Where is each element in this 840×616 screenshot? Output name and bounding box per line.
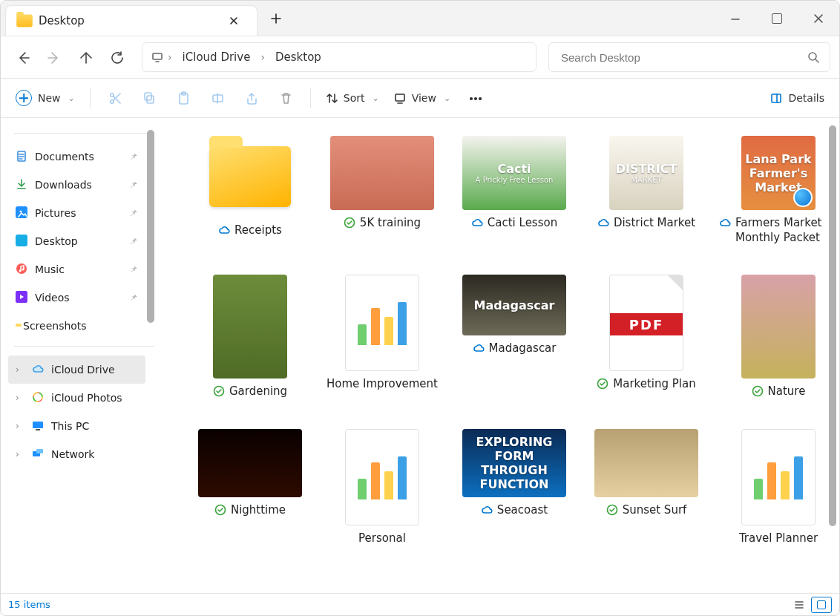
nav-forward-button[interactable] xyxy=(41,44,68,71)
square-icon xyxy=(817,600,826,609)
file-label-row: Nature xyxy=(752,384,806,399)
maximize-button[interactable] xyxy=(756,1,798,36)
view-icon xyxy=(394,92,406,104)
details-button[interactable]: Details xyxy=(764,83,830,113)
chevron-right-icon[interactable]: › xyxy=(16,393,26,403)
file-item[interactable]: Home Improvement xyxy=(323,275,442,399)
pin-icon: 📌︎ xyxy=(129,292,138,303)
more-icon xyxy=(468,91,482,105)
rename-button[interactable] xyxy=(202,83,233,113)
sidebar-item-label: Pictures xyxy=(35,207,76,219)
svg-point-20 xyxy=(22,268,24,270)
music-icon xyxy=(16,263,27,277)
sidebar-item-label: iCloud Drive xyxy=(51,364,115,376)
file-item[interactable]: Personal xyxy=(323,429,442,546)
nav-up-button[interactable] xyxy=(72,44,99,71)
svg-rect-26 xyxy=(36,429,40,430)
chevron-right-icon[interactable]: › xyxy=(16,421,26,431)
downloads-icon xyxy=(16,178,27,192)
refresh-icon xyxy=(110,50,123,64)
sidebar-item-icloud-drive[interactable]: › iCloud Drive xyxy=(8,355,145,384)
grid-view-button[interactable] xyxy=(811,597,832,613)
chevron-right-icon[interactable]: › xyxy=(16,449,26,459)
chevron-down-icon: ⌄ xyxy=(444,94,450,103)
file-item[interactable]: Lana Park Farmer's Market Farmers Market… xyxy=(719,136,838,245)
breadcrumb-segment[interactable]: iCloud Drive xyxy=(177,47,257,67)
cut-button[interactable] xyxy=(99,83,131,113)
close-icon xyxy=(812,12,825,25)
file-name: Gardening xyxy=(229,384,287,399)
sidebar-item-music[interactable]: Music📌︎ xyxy=(8,255,145,284)
file-item[interactable]: Sunset Surf xyxy=(587,429,706,546)
delete-button[interactable] xyxy=(270,83,301,113)
sidebar-item-documents[interactable]: Documents📌︎ xyxy=(8,142,145,171)
svg-point-16 xyxy=(20,210,22,212)
check-circle-icon xyxy=(213,385,225,397)
copy-button[interactable] xyxy=(134,83,165,113)
monitor-icon xyxy=(32,419,44,433)
view-button[interactable]: View ⌄ xyxy=(388,83,456,113)
sidebar-item-screenshots[interactable]: Screenshots xyxy=(8,312,145,340)
rename-icon xyxy=(211,91,224,105)
paste-button[interactable] xyxy=(168,83,199,113)
scrollbar-thumb[interactable] xyxy=(829,125,836,526)
breadcrumb-segment[interactable]: Desktop xyxy=(269,47,327,67)
sidebar-item-network[interactable]: › Network xyxy=(8,440,145,468)
file-name: Nature xyxy=(768,384,806,399)
sidebar-item-downloads[interactable]: Downloads📌︎ xyxy=(8,171,145,199)
file-name: Personal xyxy=(358,531,406,546)
file-name: 5K training xyxy=(360,216,421,231)
search-input[interactable] xyxy=(560,50,800,65)
sort-button[interactable]: Sort ⌄ xyxy=(320,83,385,113)
close-tab-button[interactable] xyxy=(223,10,245,32)
file-item[interactable]: EXPLORING FORM THROUGH FUNCTION Seacoast xyxy=(455,429,574,546)
nav-refresh-button[interactable] xyxy=(103,44,130,71)
sidebar-item-desktop[interactable]: Desktop📌︎ xyxy=(8,227,145,255)
close-window-button[interactable] xyxy=(798,1,839,36)
minimize-button[interactable] xyxy=(715,1,756,36)
scissors-icon xyxy=(108,91,122,105)
file-item[interactable]: PDF Marketing Plan xyxy=(587,275,706,399)
file-item[interactable]: Travel Planner xyxy=(719,429,838,546)
file-item[interactable]: Nighttime xyxy=(191,429,309,546)
nav-back-button[interactable] xyxy=(10,44,36,71)
file-name: Home Improvement xyxy=(327,377,438,392)
tab-desktop[interactable]: Desktop xyxy=(5,5,257,36)
numbers-thumbnail xyxy=(741,429,816,525)
file-item[interactable]: Nature xyxy=(719,275,838,399)
check-circle-icon xyxy=(344,217,355,229)
file-item[interactable]: CactiA Prickly Free Lesson Cacti Lesson xyxy=(455,136,574,245)
sidebar-item-this-pc[interactable]: › This PC xyxy=(8,412,145,440)
share-button[interactable] xyxy=(236,83,267,113)
svg-rect-4 xyxy=(147,96,154,103)
sidebar-item-label: iCloud Photos xyxy=(51,392,122,404)
sidebar-item-videos[interactable]: Videos📌︎ xyxy=(8,284,145,312)
sidebar-item-label: This PC xyxy=(51,420,89,432)
new-tab-button[interactable] xyxy=(265,7,287,30)
separator xyxy=(90,88,91,108)
sidebar-item-icloud-photos[interactable]: › iCloud Photos xyxy=(8,384,145,412)
search-box[interactable] xyxy=(548,42,830,72)
cloud-icon xyxy=(719,217,731,229)
copy-icon xyxy=(142,91,156,105)
file-item[interactable]: 5K training xyxy=(323,136,442,245)
check-circle-icon xyxy=(606,504,618,516)
share-icon xyxy=(245,91,258,105)
sidebar-item-pictures[interactable]: Pictures📌︎ xyxy=(8,199,145,227)
more-button[interactable] xyxy=(459,83,490,113)
file-item[interactable]: DISTRICTMARKET District Market xyxy=(587,136,706,245)
file-label-row: Marketing Plan xyxy=(597,377,695,392)
file-item[interactable]: Receipts xyxy=(191,136,309,245)
file-item[interactable]: Madagascar Madagascar xyxy=(455,275,574,399)
chevron-right-icon[interactable]: › xyxy=(16,364,26,375)
list-view-button[interactable] xyxy=(789,597,810,613)
breadcrumb[interactable]: › iCloud Drive › Desktop xyxy=(142,42,537,72)
numbers-thumbnail xyxy=(345,275,419,371)
svg-rect-0 xyxy=(153,53,162,59)
image-thumbnail xyxy=(213,275,287,379)
cloud-icon xyxy=(471,217,483,229)
new-button[interactable]: New ⌄ xyxy=(10,83,81,113)
svg-rect-13 xyxy=(772,94,781,102)
scrollbar-thumb[interactable] xyxy=(147,130,154,323)
file-item[interactable]: Gardening xyxy=(191,275,309,399)
